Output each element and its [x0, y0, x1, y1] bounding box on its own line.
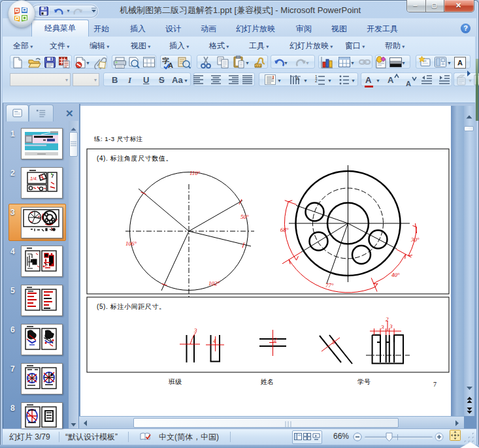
svg-text:2: 2 [315, 78, 318, 83]
svg-text:30°: 30° [410, 236, 420, 243]
svg-text:练: 1-3 尺寸标注: 练: 1-3 尺寸标注 [94, 135, 143, 142]
svg-text:5: 5 [332, 339, 335, 345]
svg-text:.1/4.: .1/4. [29, 176, 38, 181]
svg-text:(5). 标注小间距尺寸。: (5). 标注小间距尺寸。 [97, 303, 166, 310]
svg-text:102°: 102° [208, 280, 220, 287]
svg-text:3: 3 [193, 327, 197, 334]
svg-text:4: 4 [213, 338, 216, 344]
svg-text:40°: 40° [391, 272, 400, 278]
svg-text:班级: 班级 [168, 378, 182, 385]
svg-text:姓名: 姓名 [260, 378, 274, 385]
svg-text:2: 2 [274, 336, 277, 343]
svg-text:110°: 110° [190, 170, 201, 176]
svg-text:77°: 77° [325, 282, 334, 289]
svg-text:7: 7 [433, 381, 437, 388]
svg-text:A: A [457, 59, 463, 67]
svg-text:3: 3 [380, 324, 384, 330]
svg-text:(4). 标注角度尺寸数值。: (4). 标注角度尺寸数值。 [97, 155, 173, 162]
svg-text:106°: 106° [125, 240, 137, 247]
svg-text:A: A [296, 76, 300, 82]
svg-text:2: 2 [386, 316, 389, 323]
svg-text:学号: 学号 [357, 378, 371, 385]
svg-text:3: 3 [389, 323, 393, 330]
svg-text:68°: 68° [280, 227, 289, 233]
svg-text:50°: 50° [240, 214, 249, 220]
